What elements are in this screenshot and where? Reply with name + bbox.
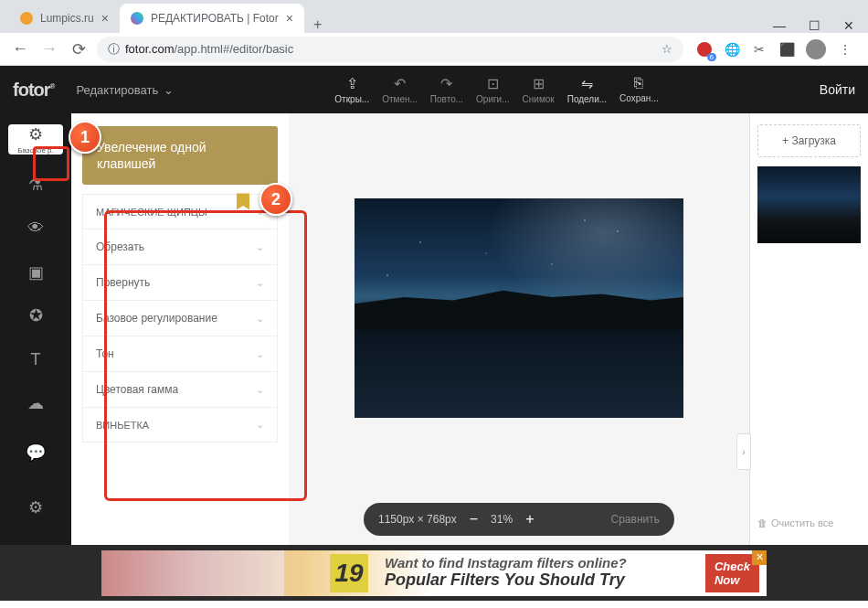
forward-button[interactable]: → (38, 39, 60, 59)
frame-icon: ▣ (28, 262, 44, 283)
zoom-out-button[interactable]: − (470, 511, 478, 528)
trash-icon: 🗑 (757, 517, 767, 528)
rail-beauty[interactable]: 👁 (8, 215, 63, 242)
acc-crop[interactable]: Обрезать⌄ (83, 229, 277, 265)
clear-all-button[interactable]: 🗑 Очистить все (757, 512, 861, 534)
original-button[interactable]: ⊡Ориги... (476, 75, 510, 104)
favicon-fotor (131, 12, 143, 25)
tab-title: РЕДАКТИРОВАТЬ | Fotor (151, 12, 279, 25)
tab-title: Lumpics.ru (40, 12, 94, 25)
new-tab-button[interactable]: + (304, 16, 331, 33)
ad-bar: 19 Want to find Instagram filters online… (0, 545, 868, 601)
app-toolbar: fotor® Редактировать ⌄ ⇪Откры... ↶Отмен.… (0, 66, 868, 113)
zoom-in-button[interactable]: + (525, 511, 534, 528)
chevron-down-icon: ⌄ (256, 313, 264, 325)
globe-icon[interactable]: 🌐 (724, 41, 740, 58)
share-button[interactable]: ⇋Подели... (567, 75, 607, 104)
image-dimensions: 1150px × 768px (378, 513, 457, 526)
window-close[interactable]: ✕ (843, 18, 854, 33)
reload-button[interactable]: ⟳ (68, 39, 90, 59)
open-button[interactable]: ⇪Откры... (334, 75, 369, 104)
url-input[interactable]: ⓘ fotor.com /app.html#/editor/basic ☆ (97, 37, 683, 62)
rail-cloud[interactable]: ☁ (8, 389, 63, 417)
upload-button[interactable]: + Загрузка (757, 124, 861, 157)
mode-dropdown[interactable]: Редактировать ⌄ (76, 83, 174, 97)
login-button[interactable]: Войти (820, 82, 855, 97)
chevron-down-icon: ⌄ (164, 83, 174, 97)
cloud-icon: ☁ (27, 393, 44, 413)
adblock-icon[interactable]: 6 (696, 41, 713, 58)
sliders-icon: ⚙ (28, 124, 43, 144)
undo-button[interactable]: ↶Отмен... (382, 75, 418, 104)
rail-stickers[interactable]: ✪ (8, 302, 63, 329)
window-maximize[interactable]: ☐ (809, 18, 820, 33)
menu-icon[interactable]: ⋮ (837, 41, 853, 58)
accordion: МАГИЧЕСКИЕ ЩИПЦЫ ⌄ Обрезать⌄ Повернуть⌄ … (82, 194, 278, 443)
zoom-percent: 31% (491, 513, 513, 526)
acc-rotate[interactable]: Повернуть⌄ (83, 265, 277, 301)
zoom-bar: 1150px × 768px − 31% + Сравнить (364, 503, 674, 536)
snapshot-button[interactable]: ⊞Снимок (523, 75, 555, 104)
profile-avatar[interactable] (806, 39, 826, 59)
back-button[interactable]: ← (9, 39, 31, 59)
undo-icon: ↶ (394, 75, 406, 92)
rail-help[interactable]: 💬 (8, 433, 63, 472)
tutorial-callout-2: 2 (259, 183, 292, 216)
left-rail: ⚙Базовое р. ⚗ 👁 ▣ ✪ T ☁ 💬 ⚙ (0, 113, 71, 545)
one-tap-enhance[interactable]: Увелечение одной клавишей (82, 126, 278, 185)
bookmark-star-icon[interactable]: ☆ (662, 42, 672, 56)
edited-image[interactable] (355, 198, 683, 418)
rail-frames[interactable]: ▣ (8, 259, 63, 286)
site-info-icon[interactable]: ⓘ (108, 41, 120, 58)
main-area: ⚙Базовое р. ⚗ 👁 ▣ ✪ T ☁ 💬 ⚙ Увелечение о… (0, 113, 868, 545)
chevron-down-icon: ⌄ (256, 277, 264, 289)
ad-banner[interactable]: 19 Want to find Instagram filters online… (101, 550, 767, 596)
tutorial-callout-1: 1 (69, 121, 101, 154)
rail-basic[interactable]: ⚙Базовое р. (8, 124, 63, 155)
bookmark-icon (237, 193, 249, 209)
compare-button[interactable]: Сравнить (611, 513, 660, 526)
flask-icon: ⚗ (28, 175, 43, 195)
chevron-down-icon: ⌄ (256, 384, 264, 396)
thumbnail[interactable] (757, 166, 861, 243)
chevron-down-icon: ⌄ (256, 348, 264, 360)
extension-icon[interactable]: ⬛ (778, 41, 795, 58)
close-icon[interactable]: × (286, 11, 293, 26)
save-button[interactable]: ⎘Сохран... (619, 75, 659, 104)
collapse-panel-button[interactable]: › (736, 433, 751, 470)
ad-text: Want to find Instagram filters online? P… (385, 556, 627, 589)
acc-vignette[interactable]: ВИНЬЕТКА⌄ (83, 408, 277, 442)
redo-button[interactable]: ↷Повто... (430, 75, 463, 104)
redo-icon: ↷ (440, 75, 452, 92)
url-host: fotor.com (125, 42, 174, 56)
ad-close-button[interactable]: ✕ (752, 550, 767, 565)
acc-magic[interactable]: МАГИЧЕСКИЕ ЩИПЦЫ ⌄ (83, 195, 277, 229)
thumbnails (757, 166, 861, 503)
favicon-lumpics (20, 12, 33, 25)
address-bar: ← → ⟳ ⓘ fotor.com /app.html#/editor/basi… (0, 33, 868, 66)
close-icon[interactable]: × (101, 11, 109, 26)
chevron-down-icon: ⌄ (256, 241, 264, 253)
save-icon: ⎘ (634, 75, 643, 91)
text-icon: T (31, 350, 41, 369)
mode-label: Редактировать (76, 83, 158, 97)
fotor-logo[interactable]: fotor® (13, 80, 54, 101)
ad-number: 19 (330, 554, 368, 592)
chat-icon: 💬 (26, 443, 46, 463)
acc-color[interactable]: Цветовая гамма⌄ (83, 372, 277, 408)
acc-tone[interactable]: Тон⌄ (83, 336, 277, 372)
chevron-down-icon: ⌄ (256, 419, 264, 431)
window-minimize[interactable]: — (773, 18, 786, 33)
acc-basic-adjust[interactable]: Базовое регулирование⌄ (83, 301, 277, 336)
share-icon: ⇋ (581, 75, 593, 92)
tab-fotor[interactable]: РЕДАКТИРОВАТЬ | Fotor × (120, 4, 304, 33)
rail-effects[interactable]: ⚗ (8, 171, 63, 198)
url-path: /app.html#/editor/basic (174, 42, 293, 56)
tab-lumpics[interactable]: Lumpics.ru × (9, 4, 120, 33)
gear-icon: ⚙ (28, 497, 43, 517)
screenshot-icon[interactable]: ✂ (751, 41, 767, 58)
rail-text[interactable]: T (8, 346, 63, 373)
ad-image (101, 550, 284, 596)
rail-settings[interactable]: ⚙ (8, 488, 63, 527)
eye-icon: 👁 (27, 219, 44, 238)
